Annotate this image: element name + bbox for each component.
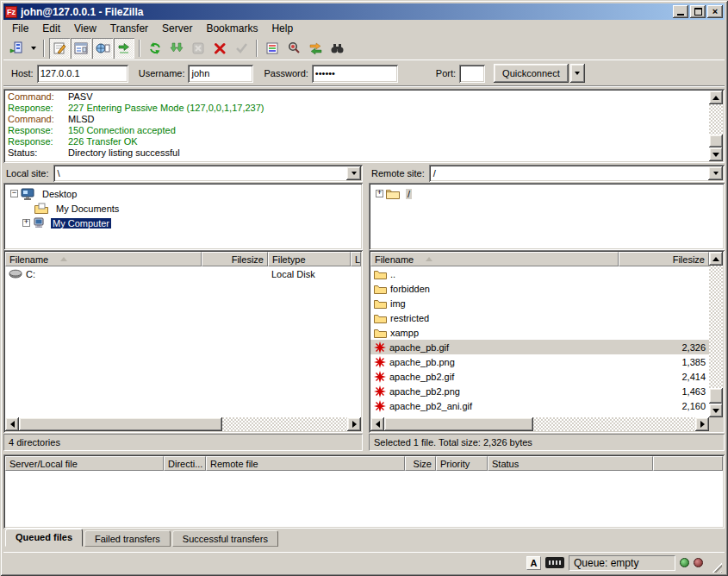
menu-bookmarks[interactable]: Bookmarks [199,21,264,36]
speed-limit-icon[interactable] [545,557,564,568]
column-header-filesize[interactable]: Filesize [619,252,709,266]
column-header-last-modified[interactable]: L [351,252,361,266]
close-button[interactable]: × [707,5,723,18]
tab-failed-transfers[interactable]: Failed transfers [84,530,171,547]
column-header-remote-file[interactable]: Remote file [206,456,405,471]
scroll-thumb[interactable] [709,135,723,147]
expand-icon[interactable]: + [22,219,30,227]
file-row[interactable]: xampp [370,325,709,340]
scroll-right-button[interactable] [347,417,361,431]
tree-item-root[interactable]: + / [369,186,725,201]
resize-grip[interactable] [710,560,722,573]
scroll-thumb[interactable] [384,417,533,431]
minimize-button[interactable] [673,5,688,18]
remote-site-label: Remote site: [369,168,429,178]
site-manager-dropdown[interactable] [28,39,39,58]
abort-button[interactable] [231,38,252,59]
combo-dropdown-button[interactable] [346,166,361,180]
collapse-icon[interactable]: − [10,190,18,197]
quickconnect-dropdown[interactable] [570,64,585,83]
file-row[interactable]: .. [370,266,709,281]
scroll-track[interactable] [709,104,723,147]
process-queue-button[interactable] [166,38,187,59]
port-input[interactable] [459,65,485,83]
menu-help[interactable]: Help [264,21,300,36]
scroll-thumb[interactable] [19,417,222,431]
scroll-down-button[interactable] [709,404,723,417]
data-type-indicator[interactable]: A [526,556,541,570]
remote-horizontal-scrollbar[interactable] [370,417,709,431]
synchronized-browsing-button[interactable] [305,38,326,59]
chevron-down-icon [352,172,357,175]
arrow-right-icon [700,421,705,428]
tree-item-desktop[interactable]: − Desktop [3,186,363,201]
filter-button[interactable] [262,38,283,59]
file-row-selected[interactable]: apache_pb.gif 2,326 [370,340,709,354]
column-header-priority[interactable]: Priority [436,456,488,471]
toggle-message-log-button[interactable] [49,38,70,59]
tree-item-my-documents[interactable]: My Documents [3,201,363,216]
column-header-direction[interactable]: Directi... [164,456,206,471]
scroll-track[interactable] [384,417,695,431]
host-input[interactable] [37,65,128,83]
menu-file[interactable]: File [5,21,35,36]
tree-item-my-computer[interactable]: + My Computer [3,216,363,230]
menu-edit[interactable]: Edit [35,21,67,36]
scroll-left-button[interactable] [5,417,19,431]
column-header-filetype[interactable]: Filetype [268,252,351,266]
scroll-up-button[interactable] [709,91,723,104]
expand-icon[interactable]: + [376,190,383,197]
log-scrollbar[interactable] [709,91,723,161]
file-row[interactable]: apache_pb2.png 1,463 [370,384,709,398]
tree-label[interactable]: My Documents [54,203,121,214]
column-header-filename[interactable]: Filename [5,252,202,266]
column-header-server-local-file[interactable]: Server/Local file [5,456,164,471]
file-row[interactable]: apache_pb.png 1,385 [370,354,709,369]
remote-vertical-scrollbar[interactable] [709,252,723,417]
column-header-filesize[interactable]: Filesize [202,252,268,266]
local-site-combobox[interactable]: \ [53,165,363,182]
file-row[interactable]: C: Local Disk [5,266,361,281]
cancel-operation-button[interactable] [188,38,208,59]
scroll-thumb[interactable] [709,388,723,404]
scroll-up-button[interactable] [709,252,723,266]
toggle-remote-tree-button[interactable] [92,38,113,59]
scroll-left-button[interactable] [370,417,384,431]
quickconnect-button[interactable]: Quickconnect [494,64,569,83]
column-header-filename[interactable]: Filename [370,252,619,266]
username-input[interactable] [188,65,253,83]
remote-site-combobox[interactable]: / [429,165,725,182]
scroll-track[interactable] [19,417,347,431]
file-row[interactable]: restricted [370,310,709,325]
menu-view[interactable]: View [67,21,103,36]
file-row[interactable]: apache_pb2.gif 2,414 [370,369,709,384]
column-header-status[interactable]: Status [488,456,653,471]
menu-server[interactable]: Server [155,21,199,36]
file-row[interactable]: img [370,296,709,310]
password-input[interactable] [312,65,398,83]
refresh-button[interactable] [145,38,165,59]
directory-comparison-button[interactable] [283,38,304,59]
toggle-queue-button[interactable] [114,38,134,59]
file-row[interactable]: apache_pb2_ani.gif 2,160 [370,398,709,413]
combo-dropdown-button[interactable] [708,166,723,180]
site-manager-button[interactable] [6,38,27,59]
find-files-button[interactable] [327,38,347,59]
scroll-down-button[interactable] [709,147,723,161]
toggle-local-tree-button[interactable] [71,38,91,59]
maximize-button[interactable] [690,5,706,18]
tree-label[interactable]: Desktop [40,189,78,199]
scroll-track[interactable] [709,266,723,404]
tree-label-selected[interactable]: My Computer [51,218,111,229]
toolbar [3,36,725,60]
tab-queued-files[interactable]: Queued files [5,529,83,547]
local-horizontal-scrollbar[interactable] [5,417,361,431]
disconnect-button[interactable] [209,38,230,59]
tree-label[interactable]: / [406,189,412,199]
menu-transfer[interactable]: Transfer [103,21,155,36]
column-header-blank[interactable] [653,456,723,471]
scroll-right-button[interactable] [695,417,709,431]
column-header-size[interactable]: Size [405,456,436,471]
tab-successful-transfers[interactable]: Successful transfers [172,530,278,547]
file-row[interactable]: forbidden [370,281,709,296]
